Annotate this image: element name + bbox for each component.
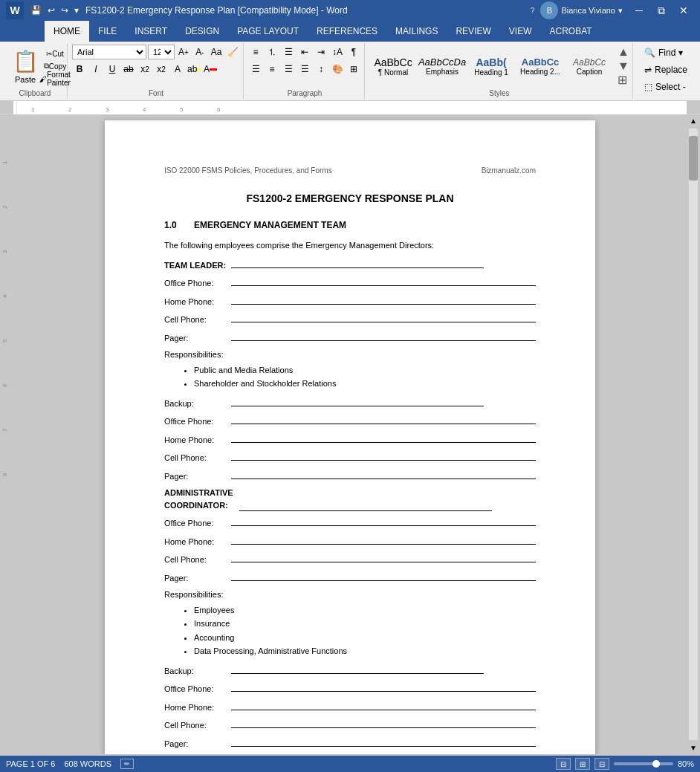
styles-scroll-down[interactable]: ▼ [618, 59, 629, 73]
undo-qat-button[interactable]: ↩ [45, 4, 57, 17]
numbering-button[interactable]: ⒈ [265, 45, 279, 59]
office-phone-1: Office Phone: [164, 276, 536, 290]
cell-phone-4: Cell Phone: [164, 718, 536, 732]
superscript-button[interactable]: x2 [154, 62, 169, 77]
style-caption[interactable]: AaBbCc Caption [565, 46, 613, 86]
line-spacing-button[interactable]: ↕ [314, 62, 328, 77]
admin-coord-field: ADMINISTRATIVECOORDINATOR: [164, 487, 536, 511]
tab-references[interactable]: REFERENCES [308, 21, 386, 42]
user-dropdown[interactable]: ▾ [618, 6, 623, 16]
svg-text:1: 1 [1, 160, 8, 164]
bullets-button[interactable]: ≡ [248, 45, 263, 59]
sort-button[interactable]: ↕A [330, 45, 345, 59]
tab-review[interactable]: REVIEW [447, 21, 499, 42]
word-logo: W [6, 1, 24, 19]
style-heading1[interactable]: AaBb( Heading 1 [467, 46, 515, 86]
style-emphasis-label: Emphasis [426, 68, 458, 76]
shading-button[interactable]: 🎨 [330, 62, 345, 77]
replace-label: Replace [655, 65, 687, 75]
team-leader-responsibilities: Public and Media Relations Shareholder a… [164, 364, 536, 390]
scroll-track[interactable] [689, 129, 698, 740]
style-caption-label: Caption [577, 68, 602, 76]
home-phone-label-3: Home Phone: [164, 536, 231, 548]
user-area: B Bianca Viviano ▾ [540, 1, 623, 19]
italic-button[interactable]: I [88, 62, 103, 77]
tab-view[interactable]: VIEW [500, 21, 541, 42]
responsibility-1: Public and Media Relations [194, 364, 536, 377]
redo-qat-button[interactable]: ↪ [59, 4, 71, 17]
align-right-button[interactable]: ☰ [281, 62, 296, 77]
align-left-button[interactable]: ☰ [248, 62, 263, 77]
close-button[interactable]: ✕ [673, 0, 694, 21]
window-controls: ─ ⧉ ✕ [629, 0, 694, 21]
responsibilities-label-1: Responsibilities: [164, 348, 536, 361]
tab-mailings[interactable]: MAILINGS [386, 21, 447, 42]
strikethrough-button[interactable]: ab [121, 62, 136, 77]
bold-label: B [77, 64, 83, 74]
paragraph-bottom-row: ☰ ≡ ☰ ☰ ↕ 🎨 ⊞ [248, 62, 361, 77]
editing-controls: 🔍 Find ▾ ⇌ Replace ⬚ Select - [638, 45, 694, 95]
pager-1: Pager: [164, 331, 536, 345]
decrease-indent-button[interactable]: ⇤ [297, 45, 312, 59]
pager-underline-4 [231, 736, 536, 747]
styles-group: AaBbCc ¶ Normal AaBbCcDa Emphasis AaBb( … [366, 43, 633, 99]
font-color-button[interactable]: A [203, 62, 218, 77]
tab-page-layout[interactable]: PAGE LAYOUT [228, 21, 308, 42]
admin-coord-underline [239, 501, 492, 511]
tab-home[interactable]: HOME [45, 21, 89, 42]
ruler-content: 1 2 3 4 5 6 [13, 101, 687, 114]
highlight-color-bar [197, 68, 201, 71]
tab-insert[interactable]: INSERT [126, 21, 176, 42]
font-bottom-row: B I U ab x2 x2 A ab A [72, 62, 240, 77]
change-case-button[interactable]: Aa [209, 45, 224, 59]
qat-dropdown[interactable]: ▾ [72, 4, 81, 17]
replace-button[interactable]: ⇌ Replace [638, 62, 694, 78]
multilevel-list-button[interactable]: ☰ [281, 45, 296, 59]
highlight-button[interactable]: ab [187, 62, 201, 77]
scroll-up-button[interactable]: ▲ [690, 114, 697, 127]
styles-gallery: AaBbCc ¶ Normal AaBbCcDa Emphasis AaBb( … [369, 46, 613, 86]
scroll-down-button[interactable]: ▼ [690, 742, 697, 754]
shrink-font-button[interactable]: A- [192, 45, 207, 59]
clipboard-label: Clipboard [19, 88, 51, 97]
pager-label-3: Pager: [164, 572, 231, 585]
select-button[interactable]: ⬚ Select - [638, 79, 694, 95]
styles-more[interactable]: ⊞ [618, 73, 629, 87]
save-qat-button[interactable]: 💾 [28, 4, 44, 17]
home-phone-label-4: Home Phone: [164, 701, 231, 714]
increase-indent-button[interactable]: ⇥ [314, 45, 328, 59]
justify-button[interactable]: ☰ [297, 62, 312, 77]
cut-button[interactable]: ✂ Cut [46, 48, 64, 59]
tab-file[interactable]: FILE [89, 21, 126, 42]
styles-scroll-up[interactable]: ▲ [618, 45, 629, 59]
scroll-thumb[interactable] [689, 136, 698, 181]
text-effect-button[interactable]: A [170, 62, 185, 77]
svg-rect-0 [16, 101, 684, 114]
style-emphasis[interactable]: AaBbCcDa Emphasis [418, 46, 466, 86]
format-painter-button[interactable]: 🖌 Format Painter [46, 73, 64, 85]
subscript-button[interactable]: x2 [137, 62, 152, 77]
office-phone-3: Office Phone: [164, 516, 536, 530]
tab-acrobat[interactable]: ACROBAT [540, 21, 600, 42]
ruler-area: 1 2 3 4 5 6 [0, 101, 700, 114]
doc-scroll-area[interactable]: ISO 22000 FSMS Policies, Procedures, and… [13, 114, 687, 754]
svg-text:7: 7 [1, 428, 8, 432]
ribbon: 📋 Paste ✂ Cut ⧉ Copy 🖌 Format Painter Cl… [0, 42, 700, 101]
underline-button[interactable]: U [105, 62, 120, 77]
font-size-select[interactable]: 12 [148, 45, 175, 59]
format-painter-icon: 🖌 [39, 75, 47, 83]
tab-design[interactable]: DESIGN [176, 21, 228, 42]
grow-font-button[interactable]: A+ [176, 45, 191, 59]
bold-button[interactable]: B [72, 62, 87, 77]
borders-button[interactable]: ⊞ [346, 62, 361, 77]
help-button[interactable]: ? [531, 7, 535, 15]
minimize-button[interactable]: ─ [629, 0, 649, 21]
clear-formatting-button[interactable]: 🧹 [225, 45, 240, 59]
restore-button[interactable]: ⧉ [651, 0, 672, 21]
font-name-select[interactable]: Arial [72, 45, 146, 59]
align-center-button[interactable]: ≡ [265, 62, 279, 77]
style-heading2[interactable]: AaBbCc Heading 2... [516, 46, 564, 86]
show-formatting-button[interactable]: ¶ [346, 45, 361, 59]
find-button[interactable]: 🔍 Find ▾ [638, 45, 694, 61]
style-normal[interactable]: AaBbCc ¶ Normal [369, 46, 417, 86]
